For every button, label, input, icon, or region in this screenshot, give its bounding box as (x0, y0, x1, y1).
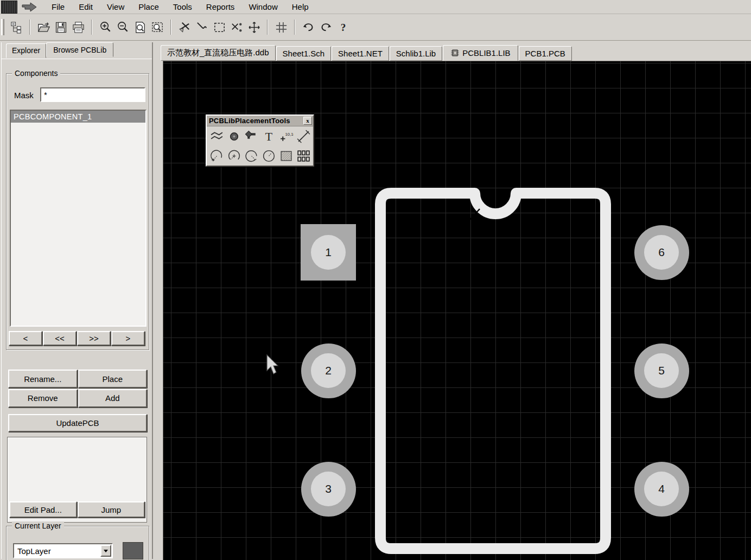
redo-icon[interactable] (317, 20, 334, 35)
doc-tab-schlib1lib[interactable]: Schlib1.Lib (390, 46, 442, 61)
layer-select-dropdown-button[interactable] (100, 545, 111, 557)
cutter-icon[interactable] (176, 20, 193, 35)
edit-pad-button[interactable]: Edit Pad... (9, 501, 77, 518)
doc-tab-sheet1net[interactable]: Sheet1.NET (332, 46, 389, 61)
toggle-grid-icon[interactable] (273, 20, 289, 35)
pad-hole: 3 (311, 472, 346, 506)
zoom-document-icon[interactable] (132, 20, 148, 35)
current-layer-group: Current Layer TopLayer (6, 526, 149, 560)
menu-item-file[interactable]: File (44, 1, 72, 12)
pad-3[interactable]: 3 (301, 462, 356, 517)
last-component-button[interactable]: >> (77, 331, 111, 346)
pad-4[interactable]: 4 (634, 462, 689, 517)
component-list[interactable]: PCBCOMPONENT_1 (10, 110, 147, 327)
placement-toolbar-titlebar[interactable]: PCBLibPlacementTools x (207, 116, 313, 126)
layer-select-value: TopLayer (14, 546, 100, 556)
place-arc-center-icon[interactable] (225, 147, 243, 165)
zoom-in-icon[interactable] (97, 20, 113, 35)
design-explorer-arrow-icon[interactable] (20, 1, 39, 13)
help-icon[interactable]: ? (335, 20, 351, 35)
place-arc-edge-icon[interactable] (208, 147, 225, 165)
save-icon[interactable] (53, 20, 69, 35)
place-full-circle-icon[interactable] (260, 147, 277, 165)
layer-select[interactable]: TopLayer (13, 543, 113, 558)
app-window: { "menu_bar": { "items": ["File", "Edit"… (0, 0, 751, 560)
layer-color-swatch[interactable] (123, 542, 143, 559)
move-object-icon[interactable] (246, 20, 262, 35)
place-string-icon[interactable]: T (260, 127, 277, 145)
close-icon[interactable]: x (303, 117, 312, 125)
paste-array-icon[interactable] (295, 147, 312, 165)
component-list-item[interactable]: PCBCOMPONENT_1 (11, 111, 145, 123)
app-icon[interactable] (1, 1, 17, 14)
doc-tab-label: 示范教材_直流稳压电路.ddb (167, 48, 269, 58)
arc-segment-divider (469, 209, 480, 221)
menu-items: FileEditViewPlaceToolsReportsWindowHelp (44, 0, 316, 14)
next-component-button[interactable]: > (111, 331, 145, 346)
zoom-area-icon[interactable] (149, 20, 166, 35)
pad-hole: 2 (311, 353, 346, 388)
place-via-icon[interactable] (243, 127, 260, 145)
print-icon[interactable] (70, 20, 86, 35)
placement-toolbar: PCBLibPlacementTools x T10,10 (206, 114, 314, 167)
pad-number: 5 (658, 364, 665, 377)
place-button[interactable]: Place (78, 370, 148, 388)
polyline-icon[interactable] (194, 20, 210, 35)
sidebar-body: Components Mask PCBCOMPONENT_1 <<<>>> Re… (2, 59, 152, 559)
prev-component-button[interactable]: < (9, 331, 42, 346)
menu-item-edit[interactable]: Edit (72, 1, 100, 12)
doc-tab-label: PCBLIB1.LIB (462, 48, 510, 58)
menu-item-reports[interactable]: Reports (199, 1, 242, 12)
toolbar-buttons: ? (8, 20, 352, 35)
pad-hole: 5 (644, 353, 679, 388)
zoom-out-icon[interactable] (114, 20, 131, 35)
add-button[interactable]: Add (78, 389, 148, 408)
sidebar-tab-explorer[interactable]: Explorer (6, 43, 46, 58)
pad-5[interactable]: 5 (634, 343, 689, 398)
pcb-canvas[interactable]: 123456 PCBLibPlacementTools x T10,10 (163, 61, 751, 560)
menu-item-help[interactable]: Help (285, 1, 316, 12)
sidebar-tab-browse-pcblib[interactable]: Browse PCBLib (46, 42, 113, 57)
menu-bar: FileEditViewPlaceToolsReportsWindowHelp (0, 0, 751, 14)
undo-icon[interactable] (300, 20, 316, 35)
updatepcb-button[interactable]: UpdatePCB (8, 414, 147, 432)
menu-item-place[interactable]: Place (131, 1, 166, 12)
toolbar-separator (294, 20, 295, 35)
menu-item-view[interactable]: View (100, 1, 131, 12)
doc-tab-pcb1pcb[interactable]: PCB1.PCB (519, 46, 572, 61)
explorer-toggle-icon[interactable] (8, 20, 24, 35)
place-coordinate-icon[interactable]: 10,10 (277, 127, 295, 145)
jump-button[interactable]: Jump (78, 501, 145, 518)
rename-button[interactable]: Rename... (8, 370, 78, 388)
mask-input[interactable] (40, 87, 145, 102)
doc-tab-pcblib1lib[interactable]: PCBLIB1.LIB (443, 45, 518, 61)
place-pad-icon[interactable] (225, 127, 243, 145)
mouse-cursor-icon (266, 354, 281, 376)
sidebar-panel: ExplorerBrowse PCBLib Components Mask PC… (1, 42, 153, 559)
toolbar-drag-handle[interactable] (1, 19, 4, 35)
remove-button[interactable]: Remove (8, 389, 78, 408)
menu-item-tools[interactable]: Tools (166, 1, 199, 12)
component-nav-buttons: <<<>>> (9, 331, 148, 346)
place-fill-icon[interactable] (277, 147, 295, 165)
pad-6[interactable]: 6 (634, 225, 689, 280)
place-arc-angle-icon[interactable] (243, 147, 260, 165)
doc-tab-label: Schlib1.Lib (396, 49, 436, 58)
select-area-icon[interactable] (211, 20, 227, 35)
placement-toolbar-title: PCBLibPlacementTools (209, 117, 303, 125)
pad-number: 1 (325, 246, 332, 259)
break-track-icon[interactable] (228, 20, 245, 35)
first-component-button[interactable]: << (43, 331, 77, 346)
open-document-icon[interactable] (35, 20, 52, 35)
pad-1[interactable]: 1 (301, 224, 356, 281)
toolbar-separator (267, 20, 268, 35)
pad-2[interactable]: 2 (301, 343, 356, 398)
doc-tab-sheet1sch[interactable]: Sheet1.Sch (276, 46, 332, 61)
doc-tab-label: PCB1.PCB (525, 49, 565, 58)
menu-item-window[interactable]: Window (241, 1, 284, 12)
pad-number: 6 (658, 246, 665, 259)
doc-tab-ddb[interactable]: 示范教材_直流稳压电路.ddb (161, 45, 276, 61)
place-dimension-icon[interactable] (295, 127, 312, 145)
current-layer-group-label: Current Layer (12, 521, 64, 530)
place-track-icon[interactable] (208, 127, 225, 145)
